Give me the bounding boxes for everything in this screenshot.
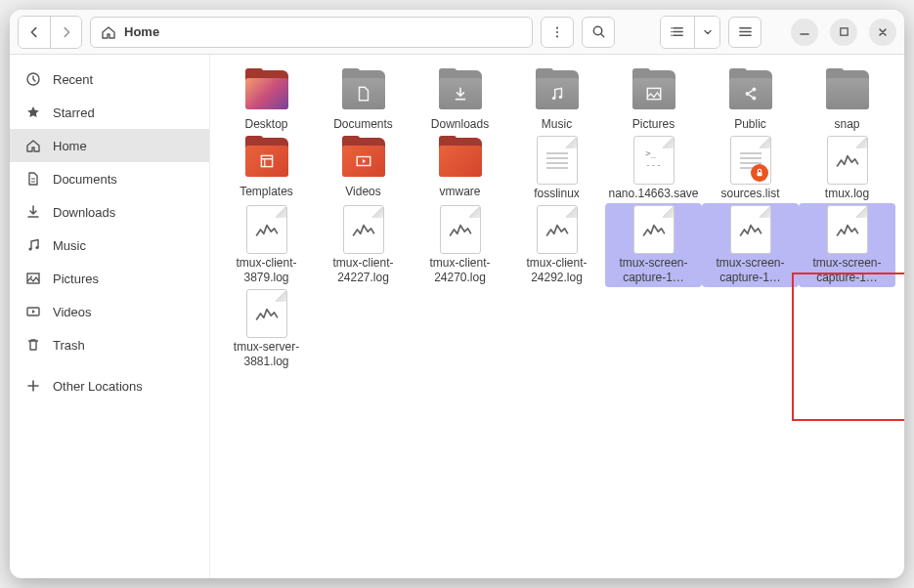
kebab-icon bbox=[550, 25, 564, 39]
path-bar[interactable]: Home bbox=[90, 17, 533, 48]
file-label: Downloads bbox=[431, 117, 489, 132]
file-icon bbox=[827, 205, 868, 254]
file-item[interactable]: tmux-client-24270.log bbox=[412, 203, 508, 287]
file-item[interactable]: tmux-screen-capture-1… bbox=[702, 203, 799, 287]
back-button[interactable] bbox=[19, 17, 50, 48]
download-icon bbox=[452, 85, 469, 103]
maximize-button[interactable] bbox=[830, 19, 857, 46]
file-icon bbox=[827, 136, 868, 185]
file-item[interactable]: Templates bbox=[218, 134, 315, 203]
file-item[interactable]: >_---nano.14663.save bbox=[605, 134, 702, 203]
file-item[interactable]: snap bbox=[799, 66, 895, 134]
svg-point-1 bbox=[556, 30, 558, 32]
svg-rect-20 bbox=[261, 155, 272, 166]
close-button[interactable] bbox=[869, 19, 896, 46]
sidebar-item-label: Music bbox=[53, 238, 86, 253]
sidebar-item-label: Home bbox=[53, 139, 87, 153]
folder-icon bbox=[241, 68, 292, 115]
file-label: Videos bbox=[345, 185, 380, 199]
video-icon bbox=[355, 152, 372, 170]
svg-point-15 bbox=[558, 96, 561, 99]
file-item[interactable]: tmux-client-24292.log bbox=[508, 203, 605, 287]
svg-point-2 bbox=[556, 35, 558, 37]
svg-rect-7 bbox=[840, 28, 847, 35]
forward-button[interactable] bbox=[50, 17, 81, 48]
view-toggle bbox=[660, 16, 720, 49]
sidebar-item-trash[interactable]: Trash bbox=[10, 328, 209, 361]
file-icon bbox=[537, 136, 578, 185]
file-item[interactable]: tmux-client-3879.log bbox=[218, 203, 315, 287]
file-item[interactable]: fosslinux bbox=[508, 134, 605, 203]
document-icon bbox=[355, 85, 372, 103]
sidebar-item-label: Pictures bbox=[53, 272, 99, 286]
svg-point-14 bbox=[551, 97, 554, 100]
file-icon bbox=[730, 136, 771, 185]
file-item[interactable]: Pictures bbox=[605, 66, 702, 134]
file-label: tmux-client-24270.log bbox=[414, 256, 506, 285]
file-item[interactable]: Desktop bbox=[218, 66, 315, 134]
sidebar-item-label: Videos bbox=[53, 305, 92, 319]
video-icon bbox=[25, 304, 41, 319]
star-icon bbox=[25, 105, 41, 120]
folder-icon bbox=[532, 68, 583, 115]
sidebar-item-pictures[interactable]: Pictures bbox=[10, 262, 209, 295]
file-item[interactable]: Videos bbox=[315, 134, 412, 203]
file-label: Music bbox=[542, 117, 572, 132]
file-label: tmux-server-3881.log bbox=[221, 340, 313, 369]
sidebar-item-downloads[interactable]: Downloads bbox=[10, 195, 209, 229]
share-icon bbox=[742, 85, 760, 103]
chevron-left-icon bbox=[27, 25, 41, 39]
music-icon bbox=[25, 237, 41, 253]
svg-point-9 bbox=[28, 247, 31, 250]
file-item[interactable]: tmux-client-24227.log bbox=[315, 203, 412, 287]
file-item[interactable]: sources.list bbox=[702, 134, 799, 203]
folder-icon bbox=[629, 68, 679, 115]
content-area[interactable]: DesktopDocumentsDownloadsMusicPicturesPu… bbox=[210, 55, 904, 578]
sidebar-item-label: Documents bbox=[53, 172, 117, 187]
file-item[interactable]: tmux-screen-capture-1… bbox=[605, 203, 702, 287]
home-icon bbox=[101, 24, 116, 40]
sidebar-item-music[interactable]: Music bbox=[10, 229, 209, 262]
sidebar-item-home[interactable]: Home bbox=[10, 129, 209, 162]
svg-rect-22 bbox=[757, 172, 762, 176]
file-label: Public bbox=[734, 117, 766, 132]
sidebar-item-documents[interactable]: Documents bbox=[10, 162, 209, 195]
file-icon bbox=[440, 205, 481, 254]
sidebar-item-starred[interactable]: Starred bbox=[10, 96, 209, 129]
folder-icon bbox=[725, 68, 776, 115]
file-item[interactable]: Music bbox=[508, 66, 605, 134]
file-icon bbox=[730, 205, 771, 254]
file-item[interactable]: tmux.log bbox=[799, 134, 895, 203]
folder-icon bbox=[241, 136, 292, 183]
hamburger-button[interactable] bbox=[728, 17, 762, 48]
svg-point-4 bbox=[671, 27, 673, 29]
svg-point-5 bbox=[671, 31, 673, 33]
view-dropdown-button[interactable] bbox=[694, 17, 719, 48]
file-icon: >_--- bbox=[633, 136, 675, 185]
file-item[interactable]: Public bbox=[702, 66, 799, 134]
file-item[interactable]: tmux-screen-capture-1… bbox=[799, 203, 895, 287]
file-label: tmux-screen-capture-1… bbox=[705, 256, 797, 285]
list-view-button[interactable] bbox=[661, 17, 694, 48]
sidebar-item-label: Recent bbox=[53, 72, 93, 87]
sidebar-item-label: Starred bbox=[53, 105, 95, 120]
sidebar-item-recent[interactable]: Recent bbox=[10, 63, 209, 96]
file-item[interactable]: tmux-server-3881.log bbox=[218, 287, 315, 371]
file-item[interactable]: Documents bbox=[315, 66, 412, 134]
minimize-button[interactable] bbox=[791, 19, 818, 46]
sidebar-item-label: Other Locations bbox=[53, 379, 143, 394]
svg-point-6 bbox=[671, 35, 673, 37]
file-label: vmware bbox=[439, 185, 480, 199]
minimize-icon bbox=[799, 26, 810, 38]
file-label: Desktop bbox=[244, 117, 287, 132]
sidebar-item-videos[interactable]: Videos bbox=[10, 295, 209, 328]
svg-point-19 bbox=[752, 96, 756, 100]
sidebar-item-other-locations[interactable]: Other Locations bbox=[10, 369, 209, 402]
path-menu-button[interactable] bbox=[541, 17, 574, 48]
file-item[interactable]: Downloads bbox=[412, 66, 508, 134]
sidebar-item-label: Trash bbox=[53, 338, 85, 353]
search-button[interactable] bbox=[582, 17, 615, 48]
trash-icon bbox=[25, 337, 41, 353]
file-label: nano.14663.save bbox=[608, 187, 698, 201]
file-item[interactable]: vmware bbox=[412, 134, 508, 203]
